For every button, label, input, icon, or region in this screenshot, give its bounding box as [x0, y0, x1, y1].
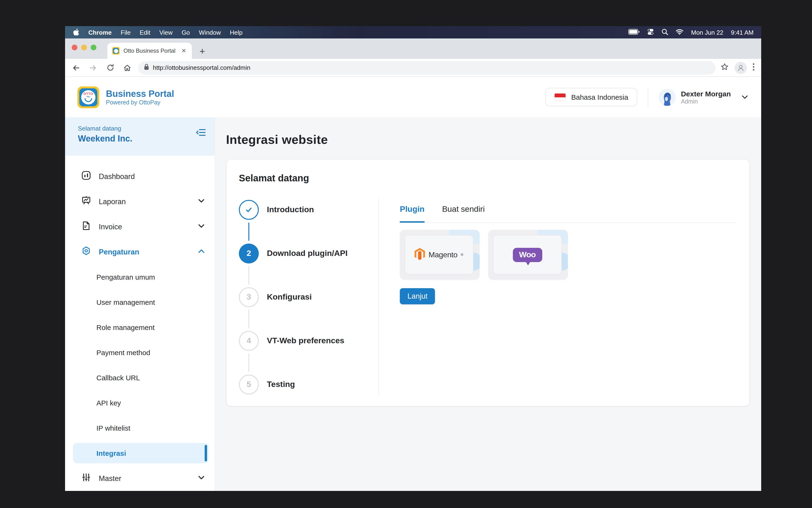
sidebar-item-pengaturan[interactable]: Pengaturan	[65, 239, 215, 264]
step-connector	[248, 310, 249, 328]
continue-button[interactable]: Lanjut	[400, 288, 435, 304]
address-bar[interactable]: http://ottobusinessportal.com/admin	[138, 61, 716, 74]
home-icon[interactable]	[121, 61, 133, 74]
step-number: 4	[239, 331, 259, 351]
step-konfigurasi[interactable]: 3 Konfigurasi	[239, 287, 365, 307]
menubar-item-go[interactable]: Go	[182, 29, 190, 36]
reload-icon[interactable]	[104, 61, 116, 74]
back-icon[interactable]	[70, 61, 82, 74]
kebab-menu-icon[interactable]	[753, 63, 755, 72]
zoom-window-button[interactable]	[91, 45, 96, 50]
integration-card: Selamat datang Introduction	[226, 159, 750, 407]
menubar-item-view[interactable]: View	[159, 29, 173, 36]
control-center-icon[interactable]	[647, 28, 654, 36]
menubar-item-window[interactable]: Window	[199, 29, 221, 36]
battery-icon[interactable]	[629, 29, 640, 36]
close-window-button[interactable]	[72, 45, 77, 50]
step-label: Download plugin/API	[267, 249, 348, 258]
card-title: Selamat datang	[239, 173, 737, 184]
woo-logo-text: Woo	[519, 250, 536, 259]
subitem-label: API key	[96, 399, 121, 407]
chevron-up-icon[interactable]	[198, 247, 205, 257]
plugin-card-woocommerce[interactable]: Woo	[488, 230, 568, 280]
magento-logo-text: Magento	[429, 250, 458, 259]
user-menu[interactable]: Dexter Morgan Admin	[658, 89, 749, 105]
sidebar-subitem-ip-whitelist[interactable]: IP whitelist	[65, 415, 215, 440]
step-label: Testing	[267, 380, 295, 389]
menubar-item-edit[interactable]: Edit	[140, 29, 150, 36]
sidebar-item-master[interactable]: Master	[65, 466, 215, 491]
step-label: VT-Web preferences	[267, 336, 344, 346]
step-connector	[248, 223, 249, 241]
page-title: Integrasi website	[226, 132, 750, 147]
language-label: Bahasa Indonesia	[571, 93, 628, 101]
step-connector	[248, 266, 249, 284]
sidebar-item-laporan[interactable]: Laporan	[65, 189, 215, 214]
subitem-label: Payment method	[96, 348, 150, 356]
wizard-stepper: Introduction 2 Download plugin/API 3 Kon…	[239, 199, 365, 394]
menubar-item-help[interactable]: Help	[230, 29, 243, 36]
language-selector-button[interactable]: Bahasa Indonesia	[545, 88, 637, 107]
welcome-greeting: Selamat datang	[78, 125, 205, 132]
active-item-highlight	[73, 443, 209, 463]
ottopay-logo: OTTO PAY	[77, 86, 99, 108]
menubar-item-file[interactable]: File	[121, 29, 131, 36]
subitem-label: Role management	[96, 323, 155, 331]
sidebar-item-dashboard[interactable]: Dashboard	[65, 164, 215, 189]
browser-window: Chrome File Edit View Go Window Help	[65, 26, 761, 491]
lock-icon[interactable]	[144, 64, 149, 72]
wifi-icon[interactable]	[676, 29, 684, 36]
url-text: http://ottobusinessportal.com/admin	[153, 64, 250, 71]
user-role: Admin	[681, 98, 731, 105]
tab-buat-sendiri[interactable]: Buat sendiri	[442, 205, 485, 222]
macos-menubar: Chrome File Edit View Go Window Help	[65, 26, 761, 38]
step-number: 2	[239, 244, 259, 263]
sidebar-item-label: Master	[99, 474, 190, 482]
plugin-card-magento[interactable]: Magento®	[400, 230, 480, 280]
spotlight-search-icon[interactable]	[662, 28, 668, 36]
step-introduction[interactable]: Introduction	[239, 200, 365, 220]
step-testing[interactable]: 5 Testing	[239, 375, 365, 394]
sidebar-collapse-icon[interactable]	[196, 128, 206, 139]
browser-toolbar: http://ottobusinessportal.com/admin	[65, 59, 761, 77]
bookmark-star-icon[interactable]	[720, 62, 729, 73]
new-tab-button[interactable]: +	[196, 45, 209, 58]
minimize-window-button[interactable]	[81, 45, 87, 50]
sidebar-item-invoice[interactable]: Invoice	[65, 214, 215, 239]
sidebar-item-label: Dashboard	[99, 172, 205, 181]
chevron-down-icon[interactable]	[741, 93, 749, 101]
sidebar-subitem-integrasi[interactable]: Integrasi	[65, 440, 215, 466]
tab-close-icon[interactable]: ✕	[180, 47, 187, 54]
chevron-down-icon[interactable]	[198, 474, 205, 483]
sidebar: Selamat datang Weekend Inc. Dashboard	[65, 117, 215, 491]
woocommerce-logo: Woo	[513, 248, 542, 262]
menubar-date[interactable]: Mon Jun 22	[691, 29, 723, 36]
tab-title: Otto Business Portal	[123, 47, 177, 54]
app-title: Business Portal	[106, 89, 174, 99]
menubar-item-chrome[interactable]: Chrome	[88, 29, 112, 36]
sidebar-subitem-callback-url[interactable]: Callback URL	[65, 365, 215, 390]
apple-icon[interactable]	[73, 29, 79, 36]
step-download-plugin-api[interactable]: 2 Download plugin/API	[239, 244, 365, 263]
step-vt-web-preferences[interactable]: 4 VT-Web preferences	[239, 331, 365, 351]
logo-smile-shape	[85, 98, 92, 102]
chevron-down-icon[interactable]	[198, 197, 205, 206]
browser-profile-icon[interactable]	[735, 61, 747, 74]
tab-strip: Otto Business Portal ✕ +	[65, 38, 761, 59]
forward-icon[interactable]	[87, 61, 99, 74]
chevron-down-icon[interactable]	[198, 222, 205, 231]
tab-plugin[interactable]: Plugin	[400, 205, 425, 223]
sidebar-subitem-api-key[interactable]: API key	[65, 390, 215, 415]
browser-tab[interactable]: Otto Business Portal ✕	[107, 43, 192, 59]
sidebar-subitem-pengaturan-umum[interactable]: Pengaturan umum	[65, 264, 215, 290]
ottopay-favicon	[112, 47, 120, 55]
sidebar-subitem-user-management[interactable]: User management	[65, 290, 215, 315]
step-number: 3	[239, 287, 259, 307]
menubar-clock[interactable]: 9:41 AM	[731, 29, 754, 36]
subitem-label: IP whitelist	[96, 424, 130, 432]
step-check-icon	[239, 200, 259, 220]
sidebar-subitem-role-management[interactable]: Role management	[65, 315, 215, 340]
sidebar-subitem-payment-method[interactable]: Payment method	[65, 340, 215, 365]
subitem-label: User management	[96, 298, 155, 306]
sidebar-nav: Dashboard Laporan	[65, 156, 215, 491]
